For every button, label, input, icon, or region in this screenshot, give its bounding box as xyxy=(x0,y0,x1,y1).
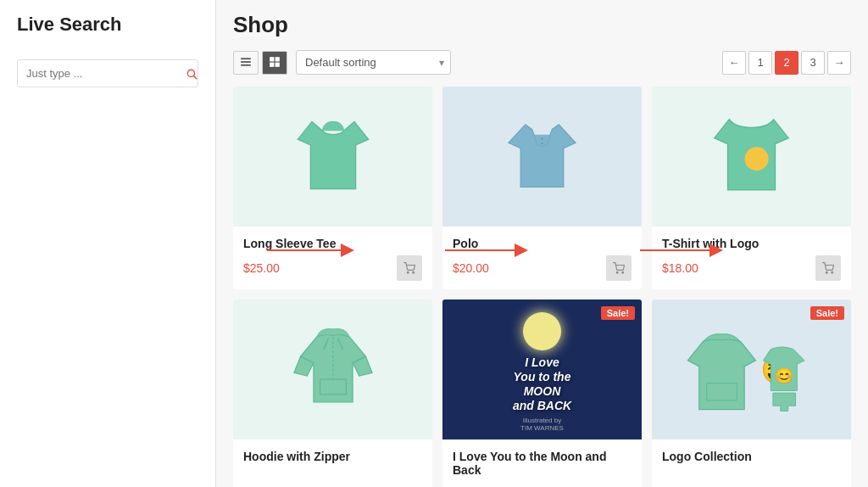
svg-rect-6 xyxy=(275,57,280,61)
svg-point-14 xyxy=(622,271,624,273)
product-image-book: Sale! I LoveYou to theMOONand BACK Illus… xyxy=(442,299,642,439)
product-card-tshirt-logo: 😝 T-Shirt with Logo $18.00 xyxy=(652,87,851,289)
product-card-logo-collection: Sale! 😜 😊 xyxy=(652,299,851,487)
svg-text:😊: 😊 xyxy=(775,366,794,384)
product-card-long-sleeve-tee: Long Sleeve Tee $25.00 xyxy=(233,87,432,289)
toolbar: Default sorting Sort by popularity Sort … xyxy=(233,50,851,75)
prev-page-button[interactable]: ← xyxy=(722,51,746,75)
product-name: Logo Collection xyxy=(662,450,841,463)
product-name: Hoodie with Zipper xyxy=(243,450,422,463)
cart-icon xyxy=(613,262,625,274)
polo-shirt-icon xyxy=(502,112,582,201)
list-view-button[interactable] xyxy=(233,51,259,75)
moon-illustration xyxy=(523,312,561,350)
product-info-polo: Polo $20.00 xyxy=(442,227,642,289)
add-to-cart-button[interactable] xyxy=(397,255,422,281)
product-grid: Long Sleeve Tee $25.00 xyxy=(233,87,851,487)
page-3-button[interactable]: 3 xyxy=(801,51,825,75)
product-card-hoodie: Hoodie with Zipper xyxy=(233,299,432,487)
next-page-button[interactable]: → xyxy=(827,51,851,75)
search-box xyxy=(17,59,198,87)
sort-select[interactable]: Default sorting Sort by popularity Sort … xyxy=(296,50,451,75)
product-footer: $18.00 xyxy=(662,255,841,281)
product-name: Polo xyxy=(453,237,632,250)
sidebar-title: Live Search xyxy=(17,14,198,44)
svg-point-17 xyxy=(826,271,827,273)
svg-rect-7 xyxy=(270,62,274,66)
product-info-hoodie: Hoodie with Zipper xyxy=(233,439,432,477)
book-title: I LoveYou to theMOONand BACK xyxy=(513,355,571,412)
search-icon xyxy=(186,68,198,80)
add-to-cart-button[interactable] xyxy=(815,255,841,281)
product-price: $25.00 xyxy=(243,261,280,275)
svg-point-13 xyxy=(616,271,618,273)
product-footer: $20.00 xyxy=(453,255,632,281)
grid-icon xyxy=(269,56,281,68)
product-footer: $25.00 xyxy=(243,255,422,281)
svg-rect-4 xyxy=(241,64,251,65)
product-price: $20.00 xyxy=(453,261,489,275)
svg-point-11 xyxy=(541,137,543,140)
product-name: T-Shirt with Logo xyxy=(662,237,841,250)
product-name: Long Sleeve Tee xyxy=(243,237,422,250)
page-title: Shop xyxy=(233,12,851,38)
product-price: $18.00 xyxy=(662,261,698,275)
product-card-book: Sale! I LoveYou to theMOONand BACK Illus… xyxy=(442,299,642,487)
product-image-polo xyxy=(442,87,642,227)
product-name: I Love You to the Moon and Back xyxy=(453,450,632,477)
product-image-logo-collection: Sale! 😜 😊 xyxy=(652,299,851,439)
svg-point-10 xyxy=(413,271,415,273)
svg-line-1 xyxy=(194,76,197,78)
product-image-long-sleeve-tee xyxy=(233,87,432,227)
view-toggle xyxy=(233,51,287,75)
cart-icon xyxy=(403,262,415,274)
search-button[interactable] xyxy=(177,61,198,87)
svg-point-9 xyxy=(407,271,409,273)
svg-rect-2 xyxy=(241,58,251,59)
svg-rect-8 xyxy=(275,62,280,66)
hoodie-icon xyxy=(291,321,376,418)
svg-point-15 xyxy=(745,147,769,171)
product-info-logo-collection: Logo Collection xyxy=(652,439,851,477)
product-image-tshirt-logo: 😝 xyxy=(652,87,851,227)
tshirt-emoji-icon: 😝 xyxy=(707,108,796,205)
list-icon xyxy=(240,56,252,68)
sale-badge: Sale! xyxy=(810,306,844,320)
sort-wrapper: Default sorting Sort by popularity Sort … xyxy=(296,50,451,75)
cart-icon xyxy=(822,262,834,274)
sale-badge: Sale! xyxy=(601,306,635,320)
product-card-polo: Polo $20.00 xyxy=(442,87,642,289)
svg-rect-5 xyxy=(270,57,274,61)
search-input[interactable] xyxy=(18,60,177,87)
add-to-cart-button[interactable] xyxy=(606,255,632,281)
pagination: ← 1 2 3 → xyxy=(722,51,851,75)
page-1-button[interactable]: 1 xyxy=(748,51,772,75)
product-info-long-sleeve-tee: Long Sleeve Tee $25.00 xyxy=(233,227,432,289)
logo-collection-icon: 😜 😊 xyxy=(684,311,820,429)
page-2-button[interactable]: 2 xyxy=(775,51,798,75)
product-info-tshirt-logo: T-Shirt with Logo $18.00 xyxy=(652,227,851,289)
longsleeve-shirt-icon xyxy=(291,110,376,204)
svg-rect-3 xyxy=(241,61,251,63)
sidebar: Live Search xyxy=(0,0,216,487)
svg-point-12 xyxy=(541,142,543,144)
book-author: Illustrated byTIM WARNES xyxy=(520,417,564,432)
main-content: Shop Default sorting xyxy=(216,0,868,487)
grid-view-button[interactable] xyxy=(262,51,287,75)
svg-point-18 xyxy=(832,271,833,273)
product-image-hoodie xyxy=(233,299,432,439)
product-info-book: I Love You to the Moon and Back xyxy=(442,439,642,487)
